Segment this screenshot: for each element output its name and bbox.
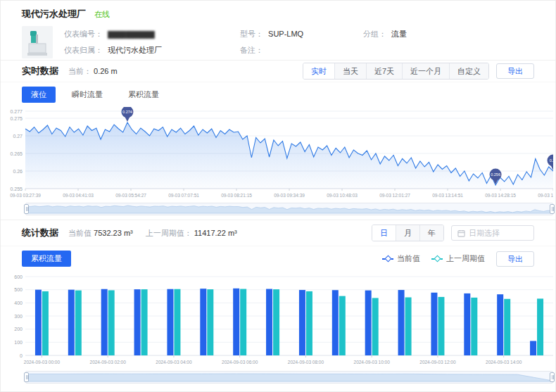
svg-text:09-03 05:54:27: 09-03 05:54:27 <box>115 193 146 198</box>
time-range-button-4[interactable]: 自定义 <box>449 63 488 79</box>
realtime-tabs: 液位瞬时流量累积流量 <box>1 82 555 106</box>
svg-text:2024-09-03 12:00: 2024-09-03 12:00 <box>419 360 456 365</box>
stats-previous-value: 11417.22 m³ <box>194 229 237 237</box>
stats-title: 统计数据 <box>22 227 58 239</box>
bar-previous-12[interactable] <box>438 297 444 355</box>
calendar-icon <box>457 229 465 237</box>
svg-text:2024-09-03 10:00: 2024-09-03 10:00 <box>354 360 391 365</box>
realtime-tab-2[interactable]: 累积流量 <box>119 87 168 103</box>
meter-number-value: █████ ███ █████ <box>108 31 153 38</box>
accumulated-flow-bar-chart[interactable]: 01002003004005006002024-09-03 00:002024-… <box>4 271 555 368</box>
svg-text:2024-09-03 14:00: 2024-09-03 14:00 <box>486 360 522 365</box>
bar-chart-legend: 当前值上一周期值 <box>382 253 485 264</box>
realtime-title: 实时数据 <box>22 65 58 77</box>
group-field: 分组： 流量 <box>363 29 534 39</box>
svg-text:09-03 03:27:39: 09-03 03:27:39 <box>10 193 41 198</box>
svg-text:09-03 07:07:51: 09-03 07:07:51 <box>168 193 199 198</box>
date-picker-placeholder: 日期选择 <box>469 228 500 239</box>
line-datazoom-slider[interactable] <box>25 203 553 215</box>
level-line-chart[interactable]: 0.2550.260.2650.270.2750.27709-03 03:27:… <box>4 107 555 200</box>
realtime-tab-1[interactable]: 瞬时流量 <box>63 87 112 103</box>
model-label: 型号： <box>240 30 263 38</box>
bar-previous-13[interactable] <box>471 298 477 355</box>
bar-previous-9[interactable] <box>339 296 346 355</box>
stats-current: 当前值 7532.23 m³ <box>68 228 133 239</box>
period-button-0[interactable]: 日 <box>372 225 396 241</box>
datazoom-right-handle[interactable] <box>550 204 555 214</box>
model-field: 型号： SUP-LMQ <box>240 29 363 39</box>
device-photo <box>22 26 53 58</box>
meter-number-field: 仪表编号： █████ ███ █████ <box>64 29 240 39</box>
bar-current-9[interactable] <box>332 290 339 355</box>
bar-current-13[interactable] <box>464 293 470 355</box>
time-range-button-1[interactable]: 当天 <box>334 63 366 79</box>
svg-text:2024-09-03 08:00: 2024-09-03 08:00 <box>288 360 324 365</box>
time-range-button-0[interactable]: 实时 <box>303 63 334 79</box>
svg-text:2024-09-03 04:00: 2024-09-03 04:00 <box>156 360 192 365</box>
belong-field: 仪表归属： 现代污水处理厂 <box>64 45 240 56</box>
bar-current-5[interactable] <box>200 289 206 355</box>
stats-export-button[interactable]: 导出 <box>496 251 534 267</box>
bar-previous-5[interactable] <box>207 289 213 355</box>
line-chart-svg: 0.2550.260.2650.270.2750.27709-03 03:27:… <box>4 107 553 200</box>
svg-text:09-03 12:01:27: 09-03 12:01:27 <box>379 193 410 198</box>
bar-current-10[interactable] <box>365 291 372 355</box>
bar-current-8[interactable] <box>299 290 305 355</box>
svg-text:400: 400 <box>14 301 23 305</box>
bar-current-3[interactable] <box>134 289 141 355</box>
bar-previous-0[interactable] <box>42 291 49 355</box>
bar-previous-8[interactable] <box>306 291 312 355</box>
bar-previous-15[interactable] <box>537 298 543 355</box>
svg-text:0.256: 0.256 <box>491 172 500 177</box>
datazoom-selection[interactable] <box>26 372 552 383</box>
bar-current-2[interactable] <box>101 289 108 355</box>
bar-previous-4[interactable] <box>174 289 180 355</box>
device-header: 现代污水处理厂 在线 仪表编号： █████ ███ █████ 型号： SUP… <box>1 1 555 60</box>
bar-previous-11[interactable] <box>405 297 412 355</box>
stats-previous-label: 上一周期值： <box>146 229 192 237</box>
realtime-current: 当前： 0.26 m <box>68 66 118 77</box>
group-value: 流量 <box>391 30 407 38</box>
page-title: 现代污水处理厂 <box>22 8 86 20</box>
date-picker[interactable]: 日期选择 <box>451 225 534 241</box>
bar-previous-6[interactable] <box>240 289 246 355</box>
bar-datazoom-slider[interactable] <box>25 371 553 384</box>
datazoom-left-handle[interactable] <box>24 204 29 214</box>
legend-item-1[interactable]: 上一周期值 <box>431 253 485 264</box>
svg-text:0.27: 0.27 <box>13 134 23 139</box>
bar-previous-1[interactable] <box>75 291 82 355</box>
bar-current-4[interactable] <box>167 289 173 355</box>
bar-current-0[interactable] <box>35 290 42 355</box>
bar-current-14[interactable] <box>497 294 503 355</box>
bar-previous-2[interactable] <box>108 290 115 355</box>
period-button-1[interactable]: 月 <box>396 225 419 241</box>
datazoom-right-handle[interactable] <box>550 372 555 382</box>
period-button-2[interactable]: 年 <box>419 225 443 241</box>
time-range-button-2[interactable]: 近7天 <box>366 63 402 79</box>
bar-current-6[interactable] <box>233 289 239 355</box>
bar-current-11[interactable] <box>398 290 405 355</box>
bar-previous-14[interactable] <box>504 299 510 355</box>
svg-text:09-03 13:14:51: 09-03 13:14:51 <box>432 193 463 198</box>
belong-label: 仪表归属： <box>64 46 103 54</box>
stats-tab-0[interactable]: 累积流量 <box>22 251 71 267</box>
svg-text:0.26: 0.26 <box>550 158 553 163</box>
bar-current-12[interactable] <box>431 293 437 355</box>
bar-previous-7[interactable] <box>273 289 279 355</box>
time-range-button-3[interactable]: 近一个月 <box>402 63 449 79</box>
bar-previous-3[interactable] <box>141 289 148 355</box>
bar-previous-10[interactable] <box>372 298 379 355</box>
svg-text:09-03 14:28:15: 09-03 14:28:15 <box>485 193 516 198</box>
datazoom-left-handle[interactable] <box>24 372 29 382</box>
stats-current-label: 当前值 <box>68 229 91 237</box>
svg-text:09-03 04:41:03: 09-03 04:41:03 <box>63 193 94 198</box>
svg-text:0.265: 0.265 <box>10 151 23 156</box>
bar-current-15[interactable] <box>530 341 536 355</box>
bar-current-7[interactable] <box>266 289 272 355</box>
bar-current-1[interactable] <box>68 290 75 355</box>
svg-text:0.277: 0.277 <box>10 109 23 114</box>
legend-item-0[interactable]: 当前值 <box>382 253 420 264</box>
datazoom-selection[interactable] <box>26 203 552 215</box>
realtime-tab-0[interactable]: 液位 <box>22 87 56 103</box>
realtime-export-button[interactable]: 导出 <box>496 63 534 79</box>
